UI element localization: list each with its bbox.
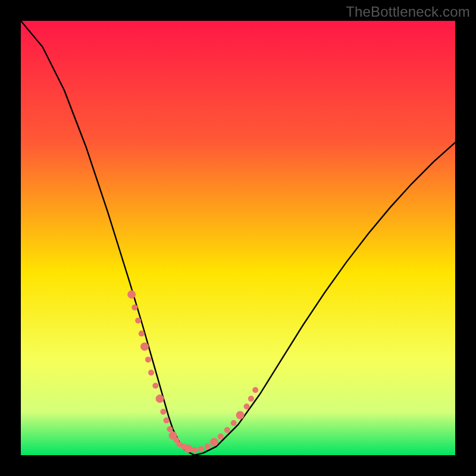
highlight-point bbox=[167, 426, 173, 432]
highlight-point bbox=[218, 434, 224, 440]
highlight-point bbox=[244, 403, 250, 409]
highlight-point bbox=[148, 369, 154, 375]
bottleneck-chart bbox=[0, 0, 476, 476]
highlight-point bbox=[231, 420, 237, 426]
highlight-point bbox=[248, 396, 254, 402]
highlight-point bbox=[127, 290, 136, 299]
highlight-point bbox=[160, 409, 166, 415]
chart-frame: TheBottleneck.com bbox=[0, 0, 476, 476]
highlight-point bbox=[140, 343, 149, 351]
watermark-text: TheBottleneck.com bbox=[346, 4, 470, 20]
highlight-point bbox=[184, 444, 192, 453]
highlight-point bbox=[224, 427, 230, 433]
highlight-point bbox=[210, 438, 218, 446]
highlight-point bbox=[164, 418, 170, 424]
highlight-point bbox=[192, 447, 198, 453]
plot-background bbox=[21, 21, 455, 455]
highlight-point bbox=[145, 356, 151, 362]
highlight-point bbox=[198, 446, 204, 452]
highlight-point bbox=[156, 394, 164, 403]
highlight-point bbox=[131, 305, 137, 311]
highlight-point bbox=[135, 318, 141, 324]
highlight-point bbox=[236, 411, 245, 419]
highlight-point bbox=[152, 383, 158, 389]
highlight-point bbox=[252, 387, 258, 393]
highlight-point bbox=[205, 443, 211, 449]
highlight-point bbox=[139, 331, 145, 337]
